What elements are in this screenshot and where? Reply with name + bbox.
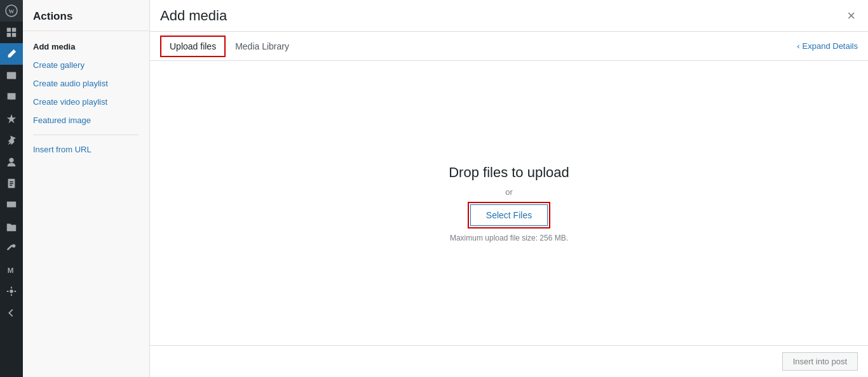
folder-icon[interactable] <box>0 216 23 237</box>
max-upload-size-text: Maximum upload file size: 256 MB. <box>450 234 568 242</box>
svg-point-8 <box>9 158 13 162</box>
modal-content: Add media × Upload files Media Library ‹… <box>150 0 868 377</box>
modal-wrapper: Actions Add media Create gallery Create … <box>23 0 868 377</box>
svg-text:M: M <box>8 266 14 274</box>
drop-files-text: Drop files to upload <box>449 164 569 181</box>
sidebar-item-create-gallery[interactable]: Create gallery <box>23 56 149 74</box>
wp-logo-icon[interactable]: W <box>0 0 23 22</box>
expand-details-link[interactable]: ‹ Expand Details <box>797 41 858 51</box>
sidebar-divider <box>33 135 139 135</box>
modal-tabs-left: Upload files Media Library <box>160 36 299 57</box>
modal-footer: Insert into post <box>150 345 868 377</box>
svg-rect-4 <box>7 33 11 37</box>
svg-point-10 <box>12 244 15 248</box>
users-icon[interactable] <box>0 151 23 173</box>
modal-close-button[interactable]: × <box>844 6 858 25</box>
settings-icon[interactable] <box>0 281 23 302</box>
file-icon[interactable] <box>0 173 23 194</box>
svg-text:W: W <box>9 8 15 15</box>
tab-upload-files[interactable]: Upload files <box>160 36 226 57</box>
comments-icon[interactable] <box>0 86 23 108</box>
svg-rect-5 <box>12 33 16 37</box>
sidebar-item-create-audio-playlist[interactable]: Create audio playlist <box>23 74 149 93</box>
dashboard-icon[interactable] <box>0 22 23 43</box>
pin-icon[interactable] <box>0 108 23 129</box>
svg-point-12 <box>10 289 13 293</box>
chevron-left-icon: ‹ <box>797 41 799 51</box>
modal-tabs: Upload files Media Library ‹ Expand Deta… <box>150 32 868 61</box>
tab-media-library[interactable]: Media Library <box>226 36 299 57</box>
modal-sidebar-nav: Add media Create gallery Create audio pl… <box>23 31 149 165</box>
sidebar-item-add-media[interactable]: Add media <box>23 37 149 56</box>
upload-drop-zone[interactable]: Drop files to upload or Select Files Max… <box>150 61 868 345</box>
drop-zone-or-text: or <box>505 187 513 197</box>
sidebar-item-featured-image[interactable]: Featured image <box>23 111 149 129</box>
expand-details-label: Expand Details <box>803 41 858 51</box>
sidebar-item-create-video-playlist[interactable]: Create video playlist <box>23 93 149 111</box>
comments2-icon[interactable] <box>0 194 23 216</box>
select-files-button[interactable]: Select Files <box>470 204 548 226</box>
svg-rect-3 <box>12 28 16 32</box>
svg-rect-2 <box>7 28 11 32</box>
page-wrapper: Actions Add media Create gallery Create … <box>23 0 868 377</box>
modal-header: Add media × <box>150 0 868 32</box>
modal-title: Add media <box>160 8 227 24</box>
insert-into-post-button[interactable]: Insert into post <box>782 352 858 371</box>
wp-admin-sidebar: W M <box>0 0 23 377</box>
media-icon[interactable] <box>0 65 23 86</box>
sidebar-item-insert-from-url[interactable]: Insert from URL <box>23 140 149 159</box>
edit-icon[interactable] <box>0 43 23 65</box>
tools-icon[interactable] <box>0 237 23 259</box>
collapse-icon[interactable] <box>0 302 23 324</box>
m-icon[interactable]: M <box>0 259 23 281</box>
modal-sidebar: Actions Add media Create gallery Create … <box>23 0 150 377</box>
pin2-icon[interactable] <box>0 129 23 151</box>
modal-sidebar-heading: Actions <box>23 0 149 31</box>
